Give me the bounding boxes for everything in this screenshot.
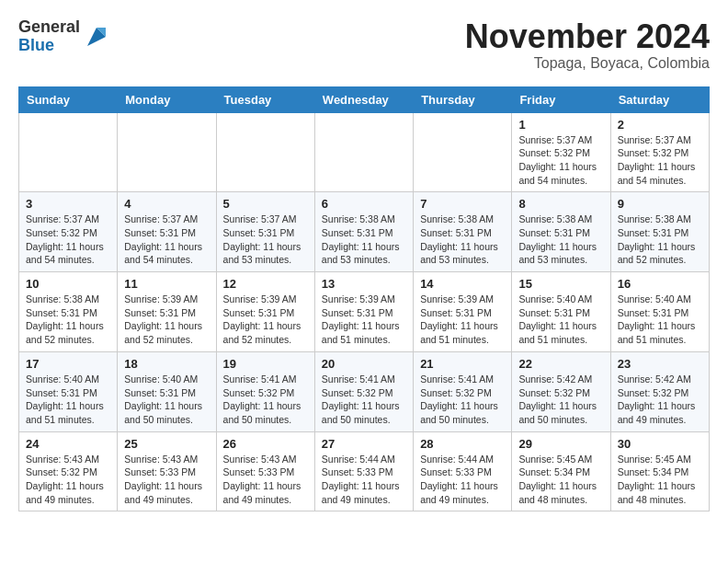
day-number: 4 (124, 197, 209, 211)
day-number: 5 (223, 197, 308, 211)
day-number: 26 (223, 437, 308, 451)
day-number: 25 (124, 437, 209, 451)
day-number: 21 (420, 357, 505, 371)
day-detail: Sunrise: 5:37 AM Sunset: 5:32 PM Dayligh… (26, 213, 110, 267)
day-number: 24 (26, 437, 110, 451)
calendar-cell (19, 112, 118, 192)
day-detail: Sunrise: 5:42 AM Sunset: 5:32 PM Dayligh… (518, 373, 603, 427)
calendar-cell: 17Sunrise: 5:40 AM Sunset: 5:31 PM Dayli… (19, 351, 118, 431)
day-detail: Sunrise: 5:40 AM Sunset: 5:31 PM Dayligh… (26, 373, 110, 427)
header: General Blue November 2024 Topaga, Boyac… (18, 18, 710, 72)
day-number: 9 (618, 197, 702, 211)
day-detail: Sunrise: 5:38 AM Sunset: 5:31 PM Dayligh… (618, 213, 702, 267)
day-number: 16 (618, 277, 702, 291)
calendar-table: SundayMondayTuesdayWednesdayThursdayFrid… (18, 86, 710, 512)
calendar-cell: 26Sunrise: 5:43 AM Sunset: 5:33 PM Dayli… (216, 431, 314, 511)
calendar-header-tuesday: Tuesday (216, 86, 314, 112)
day-detail: Sunrise: 5:42 AM Sunset: 5:32 PM Dayligh… (618, 373, 702, 427)
day-detail: Sunrise: 5:38 AM Sunset: 5:31 PM Dayligh… (420, 213, 505, 267)
calendar-cell: 30Sunrise: 5:45 AM Sunset: 5:34 PM Dayli… (610, 431, 709, 511)
day-detail: Sunrise: 5:41 AM Sunset: 5:32 PM Dayligh… (322, 373, 406, 427)
calendar-cell: 10Sunrise: 5:38 AM Sunset: 5:31 PM Dayli… (19, 272, 118, 352)
calendar-cell: 23Sunrise: 5:42 AM Sunset: 5:32 PM Dayli… (610, 351, 709, 431)
calendar-cell (414, 112, 512, 192)
calendar-header-saturday: Saturday (610, 86, 709, 112)
day-detail: Sunrise: 5:38 AM Sunset: 5:31 PM Dayligh… (322, 213, 406, 267)
logo-icon (84, 24, 109, 50)
calendar-cell: 5Sunrise: 5:37 AM Sunset: 5:31 PM Daylig… (216, 192, 314, 272)
calendar-cell: 4Sunrise: 5:37 AM Sunset: 5:31 PM Daylig… (118, 192, 216, 272)
day-detail: Sunrise: 5:40 AM Sunset: 5:31 PM Dayligh… (618, 293, 702, 347)
calendar-cell: 29Sunrise: 5:45 AM Sunset: 5:34 PM Dayli… (512, 431, 610, 511)
calendar-cell: 27Sunrise: 5:44 AM Sunset: 5:33 PM Dayli… (314, 431, 413, 511)
day-detail: Sunrise: 5:44 AM Sunset: 5:33 PM Dayligh… (322, 453, 406, 507)
subtitle: Topaga, Boyaca, Colombia (465, 55, 710, 72)
day-detail: Sunrise: 5:40 AM Sunset: 5:31 PM Dayligh… (518, 293, 603, 347)
calendar-cell (118, 112, 216, 192)
day-number: 30 (618, 437, 702, 451)
day-number: 10 (26, 277, 110, 291)
calendar-cell: 24Sunrise: 5:43 AM Sunset: 5:32 PM Dayli… (19, 431, 118, 511)
day-number: 19 (223, 357, 308, 371)
calendar-header-friday: Friday (512, 86, 610, 112)
day-number: 2 (618, 118, 702, 132)
title-block: November 2024 Topaga, Boyaca, Colombia (465, 18, 710, 72)
day-detail: Sunrise: 5:43 AM Sunset: 5:32 PM Dayligh… (26, 453, 110, 507)
day-number: 12 (223, 277, 308, 291)
calendar-cell: 8Sunrise: 5:38 AM Sunset: 5:31 PM Daylig… (512, 192, 610, 272)
calendar-cell: 2Sunrise: 5:37 AM Sunset: 5:32 PM Daylig… (610, 112, 709, 192)
calendar-cell: 15Sunrise: 5:40 AM Sunset: 5:31 PM Dayli… (512, 272, 610, 352)
day-detail: Sunrise: 5:39 AM Sunset: 5:31 PM Dayligh… (124, 293, 209, 347)
day-number: 27 (322, 437, 406, 451)
calendar-cell: 19Sunrise: 5:41 AM Sunset: 5:32 PM Dayli… (216, 351, 314, 431)
day-number: 3 (26, 197, 110, 211)
day-number: 14 (420, 277, 505, 291)
day-detail: Sunrise: 5:43 AM Sunset: 5:33 PM Dayligh… (124, 453, 209, 507)
page: General Blue November 2024 Topaga, Boyac… (0, 0, 728, 530)
day-number: 11 (124, 277, 209, 291)
day-detail: Sunrise: 5:45 AM Sunset: 5:34 PM Dayligh… (618, 453, 702, 507)
day-detail: Sunrise: 5:37 AM Sunset: 5:31 PM Dayligh… (124, 213, 209, 267)
calendar-cell: 11Sunrise: 5:39 AM Sunset: 5:31 PM Dayli… (118, 272, 216, 352)
calendar-header-monday: Monday (118, 86, 216, 112)
day-detail: Sunrise: 5:43 AM Sunset: 5:33 PM Dayligh… (223, 453, 308, 507)
calendar-header-thursday: Thursday (414, 86, 512, 112)
calendar-cell: 12Sunrise: 5:39 AM Sunset: 5:31 PM Dayli… (216, 272, 314, 352)
calendar-cell: 6Sunrise: 5:38 AM Sunset: 5:31 PM Daylig… (314, 192, 413, 272)
day-number: 18 (124, 357, 209, 371)
calendar-week-4: 17Sunrise: 5:40 AM Sunset: 5:31 PM Dayli… (19, 351, 710, 431)
day-detail: Sunrise: 5:39 AM Sunset: 5:31 PM Dayligh… (223, 293, 308, 347)
calendar-cell: 14Sunrise: 5:39 AM Sunset: 5:31 PM Dayli… (414, 272, 512, 352)
day-number: 6 (322, 197, 406, 211)
calendar-week-5: 24Sunrise: 5:43 AM Sunset: 5:32 PM Dayli… (19, 431, 710, 511)
day-number: 13 (322, 277, 406, 291)
calendar-cell: 16Sunrise: 5:40 AM Sunset: 5:31 PM Dayli… (610, 272, 709, 352)
day-number: 17 (26, 357, 110, 371)
day-detail: Sunrise: 5:37 AM Sunset: 5:32 PM Dayligh… (618, 133, 702, 188)
day-number: 7 (420, 197, 505, 211)
day-detail: Sunrise: 5:38 AM Sunset: 5:31 PM Dayligh… (518, 213, 603, 267)
day-number: 1 (518, 118, 603, 132)
calendar-cell (216, 112, 314, 192)
day-detail: Sunrise: 5:41 AM Sunset: 5:32 PM Dayligh… (223, 373, 308, 427)
calendar-week-1: 1Sunrise: 5:37 AM Sunset: 5:32 PM Daylig… (19, 112, 710, 192)
day-detail: Sunrise: 5:38 AM Sunset: 5:31 PM Dayligh… (26, 293, 110, 347)
calendar-cell: 28Sunrise: 5:44 AM Sunset: 5:33 PM Dayli… (414, 431, 512, 511)
day-detail: Sunrise: 5:40 AM Sunset: 5:31 PM Dayligh… (124, 373, 209, 427)
day-detail: Sunrise: 5:45 AM Sunset: 5:34 PM Dayligh… (518, 453, 603, 507)
logo: General Blue (18, 18, 109, 55)
main-title: November 2024 (465, 18, 710, 55)
day-number: 29 (518, 437, 603, 451)
calendar-header-wednesday: Wednesday (314, 86, 413, 112)
calendar-cell: 7Sunrise: 5:38 AM Sunset: 5:31 PM Daylig… (414, 192, 512, 272)
calendar-cell: 21Sunrise: 5:41 AM Sunset: 5:32 PM Dayli… (414, 351, 512, 431)
calendar-header-sunday: Sunday (19, 86, 118, 112)
calendar-week-3: 10Sunrise: 5:38 AM Sunset: 5:31 PM Dayli… (19, 272, 710, 352)
calendar-header-row: SundayMondayTuesdayWednesdayThursdayFrid… (19, 86, 710, 112)
day-detail: Sunrise: 5:44 AM Sunset: 5:33 PM Dayligh… (420, 453, 505, 507)
calendar-cell: 22Sunrise: 5:42 AM Sunset: 5:32 PM Dayli… (512, 351, 610, 431)
calendar-cell: 13Sunrise: 5:39 AM Sunset: 5:31 PM Dayli… (314, 272, 413, 352)
logo-text: General Blue (18, 18, 80, 55)
calendar-week-2: 3Sunrise: 5:37 AM Sunset: 5:32 PM Daylig… (19, 192, 710, 272)
day-detail: Sunrise: 5:37 AM Sunset: 5:31 PM Dayligh… (223, 213, 308, 267)
